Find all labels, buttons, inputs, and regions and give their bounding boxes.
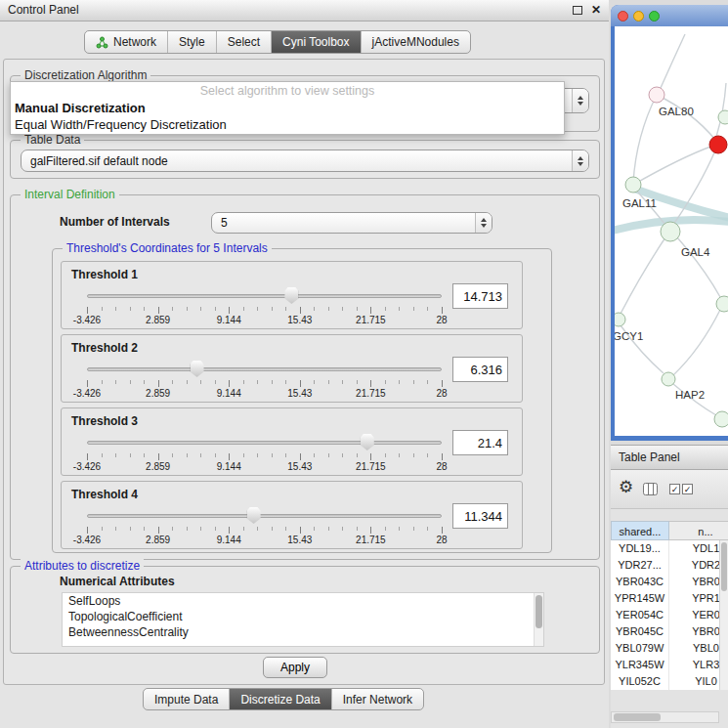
threshold-1-panel: Threshold 1 -3.426 2.859 9.144 15.43 21.… [61,261,523,329]
threshold-2-panel: Threshold 2 -3.426 2.859 9.144 15.43 21.… [61,334,523,403]
threshold-4-slider[interactable] [87,505,442,525]
table-row[interactable]: YBR045CYBR0 [611,623,728,640]
group-title: Attributes to discretize [21,559,144,573]
slider-handle[interactable] [191,361,204,377]
slider-handle[interactable] [284,287,298,304]
scale-label: 9.144 [217,388,241,399]
tab-select[interactable]: Select [216,31,271,53]
threshold-label: Threshold 4 [71,488,138,501]
cell[interactable]: YER054C [611,607,669,623]
tab-label: Discretize Data [240,693,320,707]
control-panel-window: Control Panel ✕ Network Style Select Cyn… [0,0,609,728]
node[interactable] [714,411,728,427]
node-hap2[interactable] [662,372,675,386]
threshold-1-value-field[interactable] [452,283,508,309]
cell[interactable]: YBL079W [611,640,669,657]
table-row[interactable]: YLR345WYLR3 [611,657,728,673]
scale-label: 2.859 [146,535,170,545]
slider-handle[interactable] [361,434,374,450]
slider-track[interactable] [87,514,442,518]
scale-label: -3.426 [73,461,101,472]
thresholds-group: Threshold's Coordinates for 5 Intervals … [52,248,552,553]
node-gal11[interactable] [625,177,641,193]
node-gal80[interactable] [649,87,664,103]
list-item[interactable]: SelfLoops [63,593,543,609]
threshold-1-slider[interactable] [87,285,442,305]
number-of-intervals-select[interactable]: 5 [211,212,492,234]
dropdown-option-equal-width-frequency[interactable]: Equal Width/Frequency Discretization [11,116,564,133]
node-gal4[interactable] [661,222,680,241]
node[interactable] [716,296,728,312]
tab-network[interactable]: Network [85,31,167,53]
threshold-label: Threshold 2 [71,341,138,355]
table-row[interactable]: YDL19...YDL1 [611,540,728,557]
cell[interactable]: YBR043C [611,574,669,590]
select-all-icon[interactable]: ✓ [669,484,680,494]
tab-label: Cyni Toolbox [282,35,349,49]
cell[interactable]: YDL19... [611,540,669,557]
tab-impute-data[interactable]: Impute Data [144,689,229,709]
scale-label: -3.426 [73,388,101,399]
dropdown-option-manual-discretization[interactable]: Manual Discretization [11,100,564,116]
node-red-selected[interactable] [709,136,727,153]
cell[interactable]: YBR045C [611,623,669,640]
table-row[interactable]: YBL079WYBL0 [611,640,728,657]
numerical-attributes-label: Numerical Attributes [60,575,175,588]
table-rows: YDL19...YDL1 YDR27...YDR2 YBR043CYBR0 YP… [611,540,728,690]
select-none-icon[interactable]: ✓ [682,484,693,494]
threshold-2-value-field[interactable] [452,357,508,382]
slider-handle[interactable] [247,507,261,524]
minimize-traffic-light[interactable] [633,11,644,21]
float-window-icon[interactable] [573,6,582,15]
column-header-name[interactable]: n... [669,521,728,540]
scale-label: 21.715 [356,388,386,399]
threshold-3-value-field[interactable] [452,430,508,455]
slider-scale: -3.426 2.859 9.144 15.43 21.715 28 [87,535,442,546]
node[interactable] [718,110,728,124]
table-row[interactable]: YER054CYER0 [611,607,728,623]
table-row[interactable]: YPR145WYPR1 [611,590,728,607]
scale-label: 21.715 [356,535,386,545]
apply-button[interactable]: Apply [263,657,327,678]
slider-track[interactable] [87,441,442,445]
tab-infer-network[interactable]: Infer Network [331,689,423,709]
threshold-3-slider[interactable] [87,432,442,451]
table-hscrollbar[interactable] [611,711,719,723]
list-item[interactable]: TopologicalCoefficient [63,609,543,624]
threshold-4-value-field[interactable] [452,503,508,529]
table-row[interactable]: YIL052CYIL0 [611,673,728,690]
node-label: GAL80 [659,106,694,117]
scrollbar-thumb[interactable] [614,713,661,721]
scrollbar-thumb[interactable] [535,595,542,628]
panel-title: Control Panel [8,3,79,17]
tab-discretize-data[interactable]: Discretize Data [229,689,330,709]
column-header-shared-name[interactable]: shared... [611,521,669,540]
gear-icon[interactable]: ⚙ [619,478,633,497]
threshold-2-slider[interactable] [87,359,442,378]
cell[interactable]: YLR345W [611,657,669,673]
list-scrollbar[interactable] [534,593,543,646]
cell[interactable]: YDR27... [611,557,669,574]
network-canvas[interactable]: GAL80 GAL11 GAL4 GCY1 HAP2 [615,26,728,436]
table-row[interactable]: YDR27...YDR2 [611,557,728,574]
cell[interactable]: YPR145W [611,590,669,607]
slider-track[interactable] [87,367,442,371]
interval-definition-group: Interval Definition Number of Intervals … [10,194,600,560]
table-row[interactable]: YBR043CYBR0 [611,574,728,590]
close-traffic-light[interactable] [618,11,628,21]
table-vscrollbar[interactable] [719,540,728,690]
tab-style[interactable]: Style [167,31,216,53]
cell[interactable]: YIL052C [611,673,669,690]
close-icon[interactable]: ✕ [591,3,601,17]
table-panel-header: Table Panel [611,445,728,470]
scale-label: 21.715 [356,315,386,325]
tab-jactivemnodules[interactable]: jActiveMNodules [361,31,470,53]
tab-cyni-toolbox[interactable]: Cyni Toolbox [271,31,360,53]
columns-icon[interactable] [643,483,658,495]
scrollbar-thumb[interactable] [721,542,727,591]
table-data-select[interactable]: galFiltered.sif default node [21,150,589,172]
list-item[interactable]: BetweennessCentrality [63,624,543,640]
slider-track[interactable] [87,294,442,298]
zoom-traffic-light[interactable] [649,11,660,21]
node-gcy1[interactable] [615,313,625,326]
